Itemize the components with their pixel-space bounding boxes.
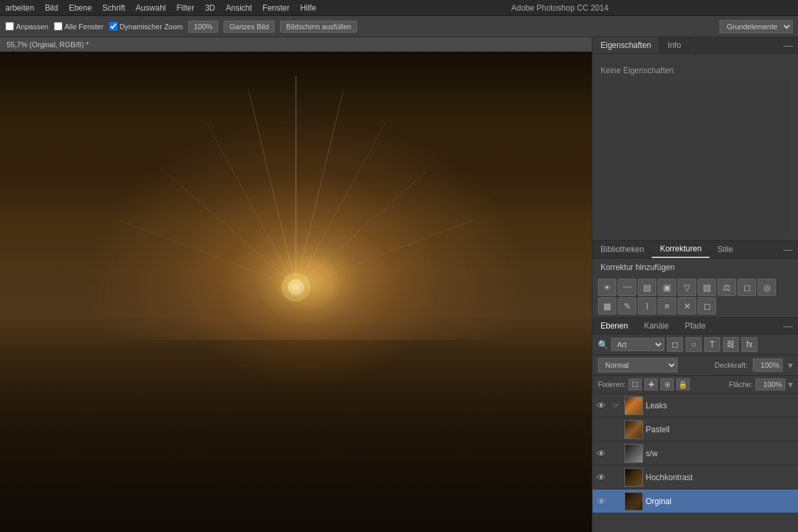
tab-pfade[interactable]: Pfade: [677, 318, 714, 334]
corr-photo-icon[interactable]: ◎: [757, 279, 776, 296]
main-area: 55,7% (Orginal, RGB/8) *: [0, 37, 798, 532]
alle-fenster-input[interactable]: [54, 22, 63, 31]
fill-row: Fixieren: ☐ ✚ ⊕ 🔒 Fläche: 100% ▾: [593, 376, 798, 394]
layer-T-btn[interactable]: T: [704, 337, 720, 352]
corrections-collapse-btn[interactable]: —: [778, 241, 798, 257]
dynamischer-zoom-input[interactable]: [109, 22, 118, 31]
ganzes-bild-button[interactable]: Ganzes Bild: [223, 21, 275, 33]
menu-item-hilfe[interactable]: Hilfe: [301, 3, 317, 13]
layer-name-leaks: Leaks: [646, 401, 795, 410]
fixieren-label: Fixieren:: [598, 380, 626, 388]
tab-info[interactable]: Info: [660, 37, 690, 53]
fix-cross-icon[interactable]: ⊕: [660, 378, 674, 390]
layer-name-sw: s/w: [646, 449, 795, 458]
toolbar: Anpassen Alle Fenster Dynamischer Zoom 1…: [0, 16, 798, 37]
menu-item-fenster[interactable]: Fenster: [263, 3, 290, 13]
workspace-selector[interactable]: Grundelemente: [720, 20, 793, 33]
anpassen-label: Anpassen: [16, 23, 49, 31]
fix-position-icon[interactable]: ☐: [628, 378, 642, 390]
fix-move-icon[interactable]: ✚: [644, 378, 658, 390]
layer-eye-hochkontrast[interactable]: 👁: [595, 471, 607, 483]
alle-fenster-checkbox[interactable]: Alle Fenster: [54, 22, 104, 31]
rock-layer: [0, 268, 592, 532]
anpassen-checkbox[interactable]: Anpassen: [5, 22, 49, 31]
properties-tabs: Eigenschaften Info —: [593, 37, 798, 54]
menu-item-ebene[interactable]: Ebene: [68, 3, 92, 13]
properties-collapse-btn[interactable]: —: [778, 37, 798, 53]
layer-eye-leaks[interactable]: 👁: [595, 400, 607, 412]
menu-item-3d[interactable]: 3D: [205, 3, 215, 13]
layer-eye-pastell[interactable]: [595, 424, 607, 436]
dynamischer-zoom-label: Dynamischer Zoom: [120, 23, 183, 31]
tab-ebenen[interactable]: Ebenen: [593, 318, 636, 334]
corr-gradient-icon[interactable]: ▦: [598, 297, 616, 315]
layer-hand-pastell: [610, 424, 622, 436]
deckkraft-label: Deckkraft:: [714, 361, 747, 369]
alle-fenster-label: Alle Fenster: [65, 23, 104, 31]
layer-row-orginal[interactable]: 👁 Orginal: [593, 489, 798, 513]
corr-levels-icon[interactable]: ▤: [638, 279, 656, 296]
tab-korrekturen[interactable]: Korrekturen: [652, 241, 710, 258]
deckkraft-arrow[interactable]: ▾: [788, 360, 793, 370]
layer-link-btn[interactable]: ⛓: [723, 337, 739, 352]
menu-item-filter[interactable]: Filter: [176, 3, 194, 13]
tab-bibliotheken[interactable]: Bibliotheken: [593, 241, 652, 257]
fix-icons: ☐ ✚ ⊕ 🔒: [628, 378, 690, 390]
tab-stile[interactable]: Stile: [710, 241, 741, 257]
layer-row-pastell[interactable]: Pastell: [593, 418, 798, 442]
menu-item-schrift[interactable]: Schrift: [102, 3, 125, 13]
corr-threshold-icon[interactable]: ⌇: [638, 297, 656, 315]
flaeche-value[interactable]: 100%: [755, 378, 785, 390]
tab-eigenschaften[interactable]: Eigenschaften: [593, 37, 660, 53]
blend-mode-select[interactable]: Normal: [598, 358, 678, 372]
layer-new-btn[interactable]: ◻: [667, 337, 683, 352]
layer-row-sw[interactable]: 👁 s/w: [593, 442, 798, 466]
layer-fx-btn[interactable]: fx: [741, 337, 757, 352]
corr-curves-icon[interactable]: 〰: [618, 279, 636, 296]
corr-posterize-icon[interactable]: ≡: [658, 297, 676, 315]
layer-circle-btn[interactable]: ○: [686, 337, 702, 352]
flaeche-arrow[interactable]: ▾: [788, 379, 793, 390]
photo-background: [0, 52, 592, 532]
layers-tabs: Ebenen Kanäle Pfade —: [593, 318, 798, 334]
layer-name-orginal: Orginal: [646, 497, 795, 506]
layer-row-hochkontrast[interactable]: 👁 Hochkontrast: [593, 466, 798, 489]
properties-panel: Eigenschaften Info — Keine Eigenschaften: [593, 37, 798, 241]
filter-icon: 🔍: [598, 340, 608, 350]
menu-item-ansicht[interactable]: Ansicht: [225, 3, 251, 13]
bildschirm-button[interactable]: Bildschirm ausfüllen: [280, 21, 357, 33]
layer-eye-orginal[interactable]: 👁: [595, 495, 607, 507]
corr-brightness-icon[interactable]: ☀: [598, 279, 616, 296]
menu-item-arbeiten[interactable]: arbeiten: [5, 3, 34, 13]
dynamischer-zoom-checkbox[interactable]: Dynamischer Zoom: [109, 22, 183, 31]
corr-solid-icon[interactable]: ◻: [698, 297, 716, 315]
layer-thumb-orginal: [624, 492, 643, 511]
canvas-title-bar: 55,7% (Orginal, RGB/8) *: [0, 37, 592, 52]
tab-kanaele[interactable]: Kanäle: [636, 318, 676, 334]
deckkraft-value[interactable]: 100%: [753, 358, 783, 372]
layer-name-hochkontrast: Hochkontrast: [646, 473, 795, 482]
zoom-display[interactable]: 100%: [188, 21, 218, 33]
layer-eye-sw[interactable]: 👁: [595, 448, 607, 460]
corr-vibrance-icon[interactable]: ▽: [678, 279, 696, 296]
corr-invert-icon[interactable]: ✕: [678, 297, 696, 315]
properties-empty-area: [600, 80, 790, 233]
layer-filter-select[interactable]: Art: [611, 338, 664, 351]
corr-bw-icon[interactable]: ◻: [737, 279, 756, 296]
corr-exposure-icon[interactable]: ▣: [658, 279, 676, 296]
layers-filter-row: 🔍 Art ◻ ○ T ⛓ fx: [593, 334, 798, 355]
fix-lock-icon[interactable]: 🔒: [676, 378, 690, 390]
layer-thumb-sw: [624, 444, 643, 463]
menu-item-auswahl[interactable]: Auswahl: [136, 3, 166, 13]
layer-row-leaks[interactable]: 👁 ☞ Leaks: [593, 394, 798, 418]
corr-balance-icon[interactable]: ⚖: [718, 279, 736, 296]
menu-bar: arbeiten Bild Ebene Schrift Auswahl Filt…: [0, 0, 798, 16]
canvas-area: 55,7% (Orginal, RGB/8) *: [0, 37, 592, 532]
corr-selective-icon[interactable]: ✎: [618, 297, 636, 315]
layers-collapse-btn[interactable]: —: [778, 318, 798, 334]
menu-item-bild[interactable]: Bild: [45, 3, 58, 13]
canvas-title: 55,7% (Orginal, RGB/8) *: [7, 41, 89, 49]
layer-thumb-hochkontrast: [624, 468, 643, 487]
anpassen-input[interactable]: [5, 22, 14, 31]
corr-hsl-icon[interactable]: ▧: [698, 279, 716, 296]
